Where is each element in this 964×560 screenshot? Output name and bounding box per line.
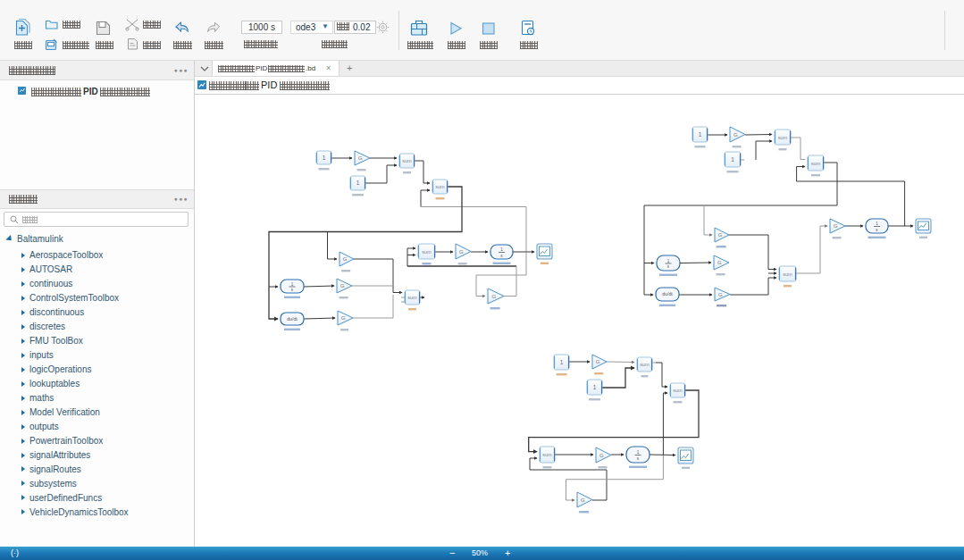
- svg-text:G: G: [718, 292, 723, 297]
- svg-text:sum: sum: [811, 161, 821, 166]
- svg-text:G: G: [717, 260, 722, 265]
- svg-text:1: 1: [500, 247, 503, 252]
- svg-text:sum: sum: [422, 249, 432, 255]
- svg-text:G: G: [733, 132, 738, 138]
- svg-text:1: 1: [876, 221, 878, 226]
- svg-text:1: 1: [637, 450, 640, 455]
- svg-text:1: 1: [323, 155, 326, 161]
- svg-text:sum: sum: [407, 295, 417, 300]
- svg-text:G: G: [341, 315, 346, 321]
- svg-text:1: 1: [356, 180, 360, 186]
- svg-text:G: G: [596, 359, 600, 364]
- svg-text:G: G: [834, 223, 838, 229]
- svg-text:G: G: [340, 283, 345, 288]
- svg-text:1: 1: [731, 156, 734, 163]
- svg-text:sum: sum: [640, 362, 650, 367]
- svg-text:G: G: [718, 232, 723, 238]
- svg-text:1: 1: [699, 131, 702, 138]
- svg-text:G: G: [492, 294, 497, 299]
- svg-text:sum: sum: [402, 158, 412, 163]
- svg-text:G: G: [581, 497, 585, 503]
- svg-text:du/dt: du/dt: [287, 316, 298, 322]
- svg-text:sum: sum: [542, 452, 552, 457]
- svg-text:du/dt: du/dt: [662, 291, 673, 297]
- svg-text:1: 1: [560, 359, 564, 365]
- svg-text:sum: sum: [778, 135, 788, 140]
- svg-text:sum: sum: [673, 388, 683, 393]
- svg-text:1: 1: [291, 282, 294, 287]
- svg-text:G: G: [343, 256, 348, 262]
- svg-text:1: 1: [667, 259, 670, 263]
- svg-text:sum: sum: [435, 184, 445, 189]
- svg-text:G: G: [599, 453, 604, 458]
- svg-text:G: G: [358, 155, 363, 161]
- svg-text:1: 1: [593, 384, 597, 390]
- svg-text:sum: sum: [783, 272, 792, 277]
- svg-text:G: G: [459, 249, 464, 255]
